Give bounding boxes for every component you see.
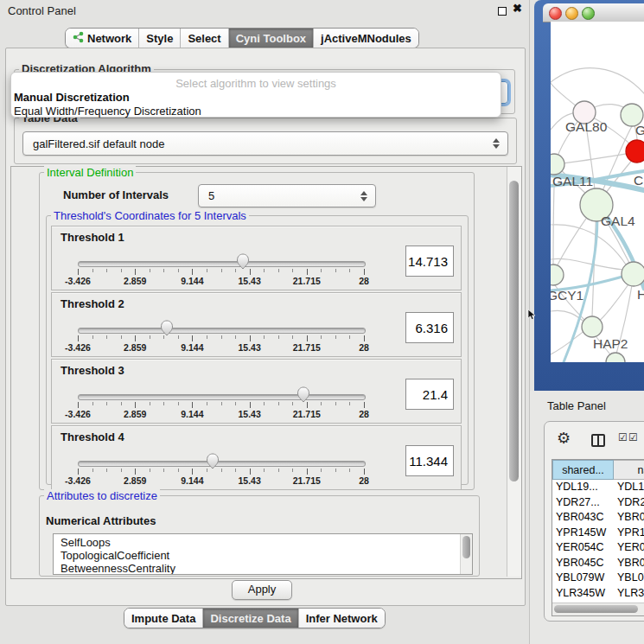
threshold-label: Threshold 1 [61, 231, 124, 244]
list-scrollbar[interactable] [460, 534, 472, 574]
slider-thumb[interactable] [160, 320, 174, 336]
network-node-h[interactable] [622, 262, 644, 286]
algorithm-option-equal-width-frequency-discretization[interactable]: Equal Width/Frequency Discretization [11, 105, 501, 118]
list-scrollbar-thumb[interactable] [462, 536, 470, 558]
zoom-traffic-light-icon[interactable] [582, 7, 595, 20]
close-icon[interactable]: ✖ [513, 2, 522, 15]
slider-tick-label: 9.144 [181, 475, 203, 486]
slider-track[interactable] [78, 261, 366, 267]
tab-jactivemnodules[interactable]: jActiveMNodules [313, 29, 418, 48]
apply-button[interactable]: Apply [232, 580, 292, 600]
tab-discretize-data[interactable]: Discretize Data [202, 609, 297, 628]
algorithm-option-manual-discretization[interactable]: Manual Discretization [11, 91, 501, 105]
column-header-shared-name[interactable]: shared... [552, 460, 614, 480]
network-edge[interactable] [551, 68, 644, 93]
slider-tick [92, 402, 93, 405]
slider-tick [221, 469, 222, 472]
slider-tick [250, 402, 251, 408]
close-traffic-light-icon[interactable] [549, 7, 562, 20]
slider-tick [250, 469, 251, 475]
slider-tick [135, 402, 136, 408]
slider-tick [178, 402, 179, 405]
slider-tick [192, 402, 193, 408]
threshold-row: Threshold 1-3.4262.8599.14415.4321.71528… [51, 226, 462, 290]
table-data-combobox-value: galFiltered.sif default node [23, 137, 492, 150]
checkbox-icon[interactable]: ☑ [618, 431, 628, 443]
tab-label: Impute Data [131, 612, 195, 625]
tab-impute-data[interactable]: Impute Data [124, 609, 202, 628]
network-window-titlebar[interactable] [543, 3, 644, 22]
attribute-item-topologicalcoefficient[interactable]: TopologicalCoefficient [54, 549, 472, 562]
table-row[interactable]: YLR345WYLR34 [552, 586, 644, 602]
numerical-attributes-list[interactable]: SelfLoopsTopologicalCoefficientBetweenne… [53, 533, 473, 575]
cell-name: YBL07 [614, 571, 644, 586]
slider-track[interactable] [78, 394, 366, 400]
settings-vertical-scrollbar[interactable] [507, 167, 521, 577]
slider-tick [292, 402, 293, 405]
float-window-icon[interactable] [498, 7, 507, 16]
threshold-value-box[interactable]: 21.4 [405, 379, 454, 410]
network-node-hap2[interactable] [582, 316, 603, 337]
settings-scrollbar-thumb[interactable] [509, 181, 519, 481]
network-node-gcy1[interactable] [551, 265, 564, 285]
slider-tick [150, 402, 150, 405]
gear-icon[interactable]: ⚙ [557, 430, 571, 446]
tab-select[interactable]: Select [180, 29, 227, 48]
column-header-name[interactable]: na [614, 460, 644, 480]
network-node[interactable] [606, 353, 625, 362]
network-canvas[interactable]: GAL80GCGAL11GAL4GCY1HHAP2 [551, 22, 644, 362]
slider-tick [178, 469, 179, 472]
algorithm-dropdown-popup: Select algorithm to view settings Manual… [10, 72, 501, 118]
attribute-item-betweennesscentrality[interactable]: BetweennessCentrality [54, 562, 472, 575]
slider-tick [264, 335, 265, 339]
table-row[interactable]: YER054CYER05 [552, 540, 644, 556]
tab-infer-network[interactable]: Infer Network [298, 609, 385, 628]
table-row[interactable]: YBL079WYBL07 [552, 571, 644, 586]
attributes-group-title: Attributes to discretize [44, 489, 160, 502]
table-header-row: shared... na [552, 460, 644, 480]
network-view-window[interactable]: GAL80GCGAL11GAL4GCY1HHAP2 [534, 0, 644, 391]
network-edge[interactable] [555, 153, 631, 164]
number-of-intervals-combobox[interactable]: 5 [198, 184, 376, 207]
slider-thumb[interactable] [236, 253, 250, 270]
minimize-traffic-light-icon[interactable] [565, 7, 578, 20]
table-row[interactable]: YPR145WYPR14 [552, 526, 644, 541]
slider-tick [349, 335, 350, 339]
table-row[interactable]: YBR045CYBR04 [552, 556, 644, 571]
slider-tick [150, 269, 150, 272]
network-edge[interactable] [598, 284, 628, 322]
attribute-item-selfloops[interactable]: SelfLoops [54, 536, 472, 549]
slider-track[interactable] [78, 461, 366, 467]
threshold-value-box[interactable]: 14.713 [405, 245, 454, 277]
slider-tick-label: 21.715 [293, 475, 321, 486]
slider-tick-label: 28 [359, 475, 369, 486]
slider-thumb[interactable] [206, 453, 220, 469]
table-hscrollbar-thumb[interactable] [554, 605, 638, 613]
checkbox-icon[interactable]: ☑ [628, 431, 638, 443]
threshold-row: Threshold 4-3.4262.8599.14415.4321.71528… [51, 425, 462, 490]
table-row[interactable]: YDR27...YDR27 [552, 495, 644, 511]
slider-track[interactable] [78, 328, 366, 334]
cell-name: YBR04 [614, 510, 644, 526]
split-view-icon[interactable] [591, 434, 605, 447]
network-node-c[interactable] [626, 140, 644, 163]
slider-tick [178, 335, 179, 339]
number-of-intervals-value: 5 [199, 189, 360, 202]
tab-cyni-toolbox[interactable]: Cyni Toolbox [228, 29, 313, 48]
table-row[interactable]: YDL19...YDL19 [552, 480, 644, 495]
tab-label: Network [87, 32, 131, 45]
tab-network[interactable]: Network [66, 29, 138, 48]
threshold-value-box[interactable]: 11.344 [405, 445, 454, 476]
slider-tick [163, 402, 164, 405]
slider-tick [364, 402, 365, 408]
table-horizontal-scrollbar[interactable] [552, 603, 644, 615]
slider-tick-label: 15.43 [238, 475, 260, 486]
slider-thumb[interactable] [296, 386, 310, 403]
number-of-intervals-label: Number of Intervals [63, 188, 169, 201]
dropdown-hint-text: Select algorithm to view settings [11, 77, 501, 90]
tab-style[interactable]: Style [138, 29, 180, 48]
table-data-combobox[interactable]: galFiltered.sif default node [22, 131, 508, 156]
slider-tick-label: 2.859 [124, 342, 146, 353]
threshold-value-box[interactable]: 6.316 [405, 312, 454, 343]
table-row[interactable]: YBR043CYBR04 [552, 510, 644, 526]
